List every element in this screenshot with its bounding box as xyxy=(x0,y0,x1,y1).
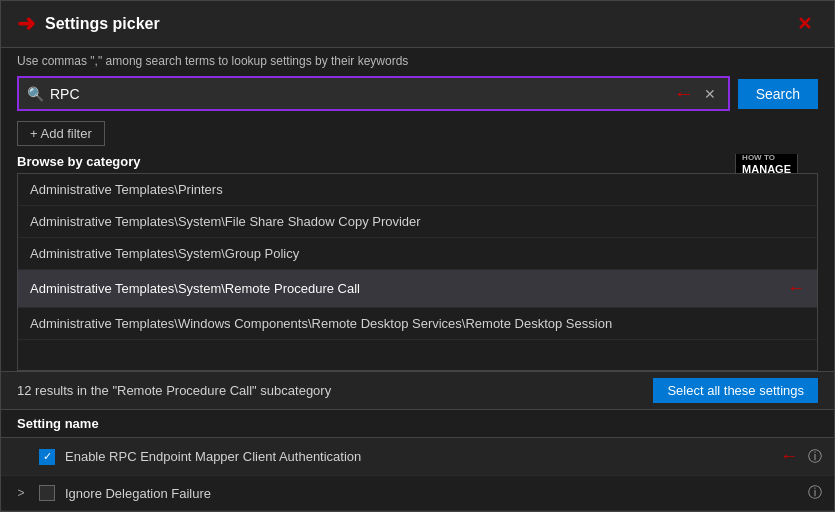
search-icon: 🔍 xyxy=(27,86,44,102)
row-arrow-icon: ← xyxy=(780,446,798,467)
category-item-text: Administrative Templates\Printers xyxy=(30,182,223,197)
category-item[interactable]: Administrative Templates\Printers xyxy=(18,174,817,206)
title-bar-left: ➜ Settings picker xyxy=(17,11,160,37)
settings-row: ✓Enable RPC Endpoint Mapper Client Authe… xyxy=(1,438,834,476)
settings-row: >Ignore Delegation Failureⓘ xyxy=(1,476,834,511)
setting-name-label: Enable RPC Endpoint Mapper Client Authen… xyxy=(65,449,770,464)
results-summary: 12 results in the "Remote Procedure Call… xyxy=(17,383,331,398)
category-item-text: Administrative Templates\System\Group Po… xyxy=(30,246,299,261)
title-bar: ➜ Settings picker ✕ xyxy=(1,1,834,48)
browse-section: Browse by category HOW TO MANAGE DEVICES… xyxy=(1,154,834,371)
clear-icon: ✕ xyxy=(704,86,716,102)
selection-arrow-icon: ← xyxy=(787,278,805,299)
category-item[interactable]: Administrative Templates\System\Group Po… xyxy=(18,238,817,270)
info-icon[interactable]: ⓘ xyxy=(808,448,822,466)
arrow-right-icon: ➜ xyxy=(17,11,35,37)
setting-name-label: Ignore Delegation Failure xyxy=(65,486,798,501)
dialog-title: Settings picker xyxy=(45,15,160,33)
results-footer: 12 results in the "Remote Procedure Call… xyxy=(1,371,834,409)
search-input[interactable] xyxy=(50,86,664,102)
category-item-text: Administrative Templates\Windows Compone… xyxy=(30,316,612,331)
close-icon: ✕ xyxy=(797,14,812,34)
category-list: Administrative Templates\PrintersAdminis… xyxy=(17,173,818,371)
settings-rows: ✓Enable RPC Endpoint Mapper Client Authe… xyxy=(1,438,834,511)
category-item[interactable]: Administrative Templates\System\File Sha… xyxy=(18,206,817,238)
category-item[interactable]: Administrative Templates\System\Remote P… xyxy=(18,270,817,308)
filter-row: + Add filter xyxy=(1,119,834,154)
checkbox-unchecked[interactable] xyxy=(39,485,55,501)
add-filter-button[interactable]: + Add filter xyxy=(17,121,105,146)
arrow-indicator-icon: ← xyxy=(674,82,694,105)
browse-label: Browse by category HOW TO MANAGE DEVICES xyxy=(17,154,818,169)
category-item-text: Administrative Templates\System\Remote P… xyxy=(30,281,360,296)
checkmark-icon: ✓ xyxy=(43,450,52,463)
category-item[interactable]: Administrative Templates\Windows Compone… xyxy=(18,308,817,340)
clear-search-button[interactable]: ✕ xyxy=(700,86,720,102)
search-row: 🔍 ← ✕ Search xyxy=(1,72,834,119)
category-item-text: Administrative Templates\System\File Sha… xyxy=(30,214,421,229)
close-button[interactable]: ✕ xyxy=(791,11,818,37)
expand-row-button[interactable]: > xyxy=(13,486,29,500)
select-all-button[interactable]: Select all these settings xyxy=(653,378,818,403)
checkbox-checked[interactable]: ✓ xyxy=(39,449,55,465)
logo-line1: HOW TO xyxy=(742,154,791,163)
search-box-wrapper: 🔍 ← ✕ xyxy=(17,76,730,111)
settings-table: Setting name ✓Enable RPC Endpoint Mapper… xyxy=(1,409,834,511)
search-button[interactable]: Search xyxy=(738,79,818,109)
subtitle-text: Use commas "," among search terms to loo… xyxy=(1,48,834,72)
settings-picker-dialog: ➜ Settings picker ✕ Use commas "," among… xyxy=(0,0,835,512)
settings-column-header: Setting name xyxy=(1,410,834,438)
info-icon[interactable]: ⓘ xyxy=(808,484,822,502)
